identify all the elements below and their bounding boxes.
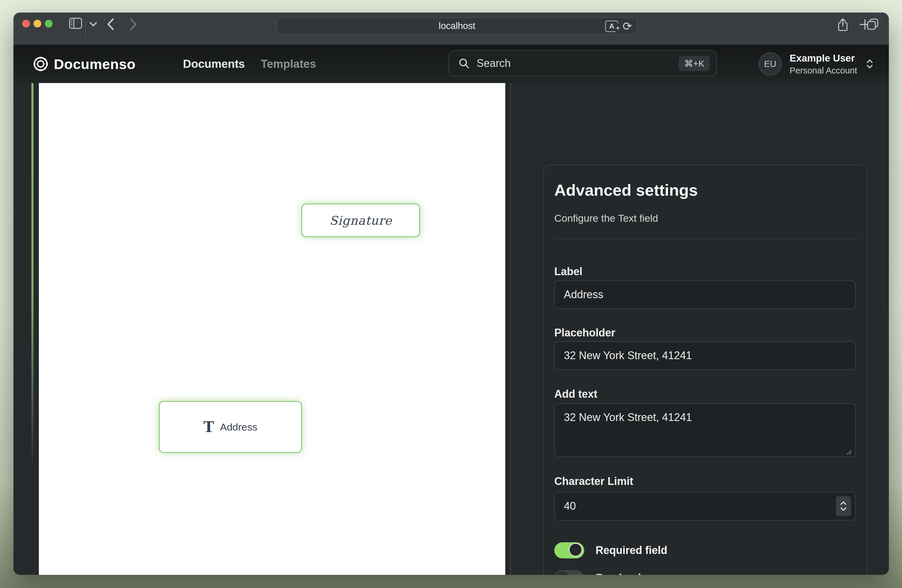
back-icon[interactable] [107,18,114,30]
read-only-label: Read only [595,572,647,575]
tab-overview-icon[interactable] [866,18,879,30]
user-menu[interactable]: EU Example User Personal Account [755,49,889,79]
titlebar-divider [85,22,86,36]
chevron-up-down-icon [866,59,874,69]
user-name: Example User [789,53,857,64]
user-account-type: Personal Account [789,66,857,76]
address-bar[interactable]: localhost A ✦ ⟳ [277,17,637,34]
signature-field-label: Signature [329,214,392,227]
documenso-logo-icon [32,56,49,72]
text-field-address[interactable]: T Address [159,401,302,453]
url-text: localhost [438,20,475,31]
character-limit-label: Character Limit [554,475,633,488]
zoom-window-button[interactable] [45,20,53,28]
nav-item-documents[interactable]: Documents [183,45,245,83]
browser-window: localhost A ✦ ⟳ [13,13,889,575]
label-input[interactable] [554,280,856,309]
number-stepper[interactable] [836,496,851,516]
label-field-label: Label [554,265,583,278]
panel-divider [554,238,858,239]
read-only-toggle[interactable] [554,570,584,575]
placeholder-field-label: Placeholder [554,327,615,339]
search-icon [459,58,470,69]
sidebar-toggle-icon[interactable] [69,18,82,29]
panel-subtitle: Configure the Text field [554,213,658,224]
character-limit-input[interactable] [554,492,856,521]
toggle-knob [556,571,569,575]
advanced-settings-panel: Advanced settings Configure the Text fie… [543,165,868,575]
main-content: Signature T Address Advanced settings Co… [13,83,889,575]
required-field-toggle[interactable] [554,542,584,558]
search-shortcut-badge: ⌘+K [679,56,710,71]
reload-icon[interactable]: ⟳ [622,20,632,32]
add-text-field-label: Add text [554,388,597,400]
content-divider [510,83,511,575]
panel-title: Advanced settings [554,181,698,199]
chevron-down-icon[interactable] [89,22,97,27]
close-window-button[interactable] [22,20,30,28]
share-icon[interactable] [838,18,848,32]
scroll-progress-line [31,83,33,469]
resize-handle-icon[interactable] [845,449,852,455]
signature-field[interactable]: Signature [301,203,420,237]
translate-icon[interactable]: A ✦ [605,20,618,32]
text-field-label: Address [220,421,257,433]
app-header: Documenso Documents Templates Search ⌘+K… [13,45,889,83]
toggle-knob [568,543,583,557]
browser-titlebar: localhost A ✦ ⟳ [13,13,889,45]
stepper-down-icon [840,507,847,511]
avatar: EU [758,52,782,76]
document-page: Signature T Address [39,83,505,575]
placeholder-input[interactable] [554,341,856,370]
stepper-up-icon [840,501,847,505]
brand-name: Documenso [54,56,136,72]
required-field-label: Required field [595,544,667,557]
add-text-textarea[interactable]: 32 New York Street, 41241 [554,403,856,457]
forward-icon[interactable] [130,18,137,30]
documenso-logo[interactable]: Documenso [32,51,136,77]
text-field-icon: T [203,419,214,435]
search-input[interactable]: Search ⌘+K [448,50,717,77]
nav-item-templates[interactable]: Templates [261,45,316,83]
search-placeholder: Search [476,57,679,70]
minimize-window-button[interactable] [33,20,41,28]
